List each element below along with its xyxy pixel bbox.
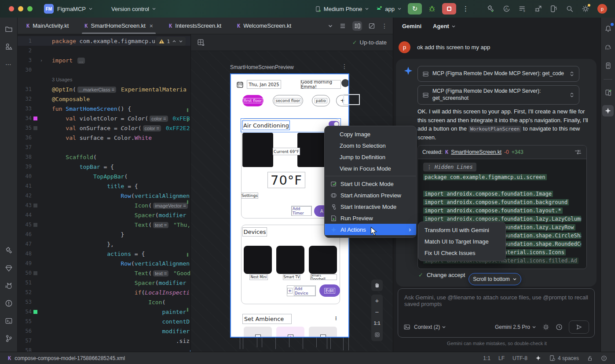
submenu-item-fix-ui-check-issues[interactable]: Fix UI Check Issues [418, 247, 505, 258]
selection-handle[interactable] [343, 94, 360, 105]
window-controls[interactable] [9, 6, 33, 11]
hidden-lines-chip[interactable]: ⋮Hidden Lines [423, 163, 476, 171]
device-ui-check-button[interactable]: A [502, 5, 510, 13]
stop-button[interactable] [442, 3, 456, 15]
menu-item-zoom-to-selection[interactable]: Zoom to Selection [325, 140, 416, 151]
maximize-window-icon[interactable] [27, 6, 33, 11]
problems-tool-button[interactable] [3, 297, 15, 309]
running-devices-button[interactable] [602, 60, 614, 71]
zoom-out-button[interactable]: − [371, 306, 383, 317]
usages-inlay-hint[interactable]: 3 Usages [18, 75, 190, 84]
color-swatch[interactable] [33, 271, 37, 275]
menu-item-jump-to-definition[interactable]: Jump to Definition [325, 151, 416, 163]
caret-position[interactable]: 1:1 [483, 355, 491, 361]
settings-button[interactable] [582, 5, 589, 13]
terminal-tool-button[interactable] [3, 315, 15, 327]
code-line-43: 43 Icon(imageVector = [18, 200, 190, 210]
menu-item-copy-image[interactable]: Copy Image [325, 128, 416, 140]
pan-button[interactable] [371, 280, 383, 291]
split-view-icon[interactable] [352, 21, 362, 31]
gradle-button[interactable] [602, 41, 614, 53]
tab-smarthomescreen-kt[interactable]: KSmartHomeScreen.kt× [80, 18, 157, 34]
tool-call-get-screenshot[interactable]: MCP (Figma Remote Dev Mode MCP Server): … [417, 85, 579, 105]
line-separator[interactable]: LF [498, 355, 505, 361]
menu-item-start-interactive-mode[interactable]: Start Interactive Mode [325, 201, 416, 212]
build-button[interactable] [487, 5, 494, 13]
notifications-button[interactable] [602, 23, 614, 34]
device-manager-button[interactable] [602, 87, 614, 98]
menu-item-view-in-focus-mode[interactable]: View in Focus Mode [325, 163, 416, 174]
agent-mode-selector[interactable]: Agent [433, 23, 456, 29]
more-tool-windows-button[interactable]: ⋯ [3, 58, 15, 70]
color-swatch[interactable] [33, 116, 37, 120]
menu-item-start-animation-preview[interactable]: Start Animation Preview [325, 189, 416, 201]
tool-call-get-code[interactable]: MCP (Figma Remote Dev Mode MCP Server): … [417, 66, 579, 82]
zoom-in-button[interactable]: + [371, 295, 383, 306]
profiler-button[interactable] [534, 5, 542, 13]
code-editor[interactable]: 1package com.example.figmamcp.u23›import… [18, 34, 190, 352]
next-problem-icon[interactable] [179, 39, 183, 44]
file-encoding[interactable]: UTF-8 [512, 355, 527, 361]
project-tool-button[interactable] [3, 23, 15, 35]
project-selector[interactable]: FigmaMCP [57, 6, 93, 12]
status-file-name[interactable]: compose-compose-model-1758866285245.xml [15, 355, 125, 361]
editor-options-icon[interactable]: ⋮ [381, 22, 388, 29]
color-swatch[interactable] [33, 204, 37, 207]
device-mirror-button[interactable] [550, 5, 558, 13]
line-number: 58 [18, 347, 32, 352]
zoom-actual-button[interactable]: 1:1 [371, 317, 383, 329]
inspection-widget[interactable]: 1 [156, 37, 186, 46]
indent-setting[interactable]: 4 spaces [549, 355, 579, 361]
model-selector[interactable]: Gemini 2.5 Pro [495, 324, 536, 330]
close-tab-icon[interactable]: × [150, 22, 153, 29]
gemini-settings-icon[interactable] [542, 324, 549, 331]
history-icon[interactable] [556, 324, 563, 331]
zoom-fit-button[interactable] [371, 329, 383, 340]
editor-list-icon[interactable] [339, 22, 346, 29]
submenu-item-transform-ui-with-gemini[interactable]: Transform UI with Gemini [418, 224, 505, 236]
logcat-tool-button[interactable] [3, 280, 15, 292]
gemini-prompt-input[interactable] [398, 289, 594, 320]
context-selector[interactable]: Context (2) [414, 324, 446, 330]
created-file-link[interactable]: SmartHomeScreen.kt [451, 149, 502, 155]
unlock-icon[interactable] [587, 355, 593, 361]
color-swatch[interactable] [33, 310, 37, 314]
color-swatch[interactable] [33, 126, 37, 130]
gemini-tool-button[interactable] [602, 105, 614, 116]
inspections-status-icon[interactable] [601, 355, 607, 361]
send-button[interactable] [569, 320, 589, 334]
color-swatch[interactable] [33, 223, 37, 227]
menu-item-start-ui-check-mode[interactable]: Start UI Check Mode [325, 178, 416, 189]
preview-options-icon[interactable]: ⋮ [341, 63, 348, 70]
line-number: 43 [18, 202, 32, 208]
hidden-tabs-dropdown[interactable] [328, 23, 333, 29]
resource-manager-tool-button[interactable] [3, 40, 15, 53]
device-selector[interactable]: Medium Phone [315, 6, 369, 12]
menu-item-run-preview[interactable]: Run Preview [325, 212, 416, 224]
prev-problem-icon[interactable] [172, 39, 176, 44]
todo-list-button[interactable]: 5 [518, 5, 526, 13]
close-window-icon[interactable] [9, 6, 14, 11]
search-everywhere-button[interactable] [566, 5, 574, 13]
tab-mainactivity-kt[interactable]: KMainActivity.kt [22, 18, 73, 34]
submenu-item-match-ui-to-target-image[interactable]: Match UI to Target Image [418, 236, 505, 247]
attach-image-icon[interactable] [403, 324, 410, 331]
scroll-to-bottom-button[interactable]: Scroll to bottom [469, 273, 521, 285]
tab-interestsscreen-kt[interactable]: KInterestsScreen.kt [165, 18, 226, 34]
preview-layout-icon[interactable] [197, 39, 205, 46]
run-configuration-selector[interactable]: app [375, 5, 402, 12]
git-tool-button[interactable] [3, 332, 15, 345]
gemini-status-icon[interactable] [535, 355, 541, 361]
tab-welcomescreen-kt[interactable]: KWelcomeScreen.kt [233, 18, 296, 34]
version-control-menu[interactable]: Version control [111, 6, 156, 12]
user-avatar[interactable]: p [597, 4, 607, 14]
preview-mode-icon[interactable] [368, 22, 375, 29]
more-run-options[interactable]: ⋮ [462, 5, 469, 13]
open-diff-icon[interactable] [574, 149, 582, 155]
debug-button[interactable] [428, 5, 436, 13]
fold-marker[interactable]: › [39, 58, 44, 63]
build-tool-button[interactable] [3, 244, 15, 257]
app-quality-insights-button[interactable] [3, 262, 15, 274]
rerun-button[interactable]: ↻ [408, 3, 422, 15]
minimize-window-icon[interactable] [18, 6, 23, 11]
